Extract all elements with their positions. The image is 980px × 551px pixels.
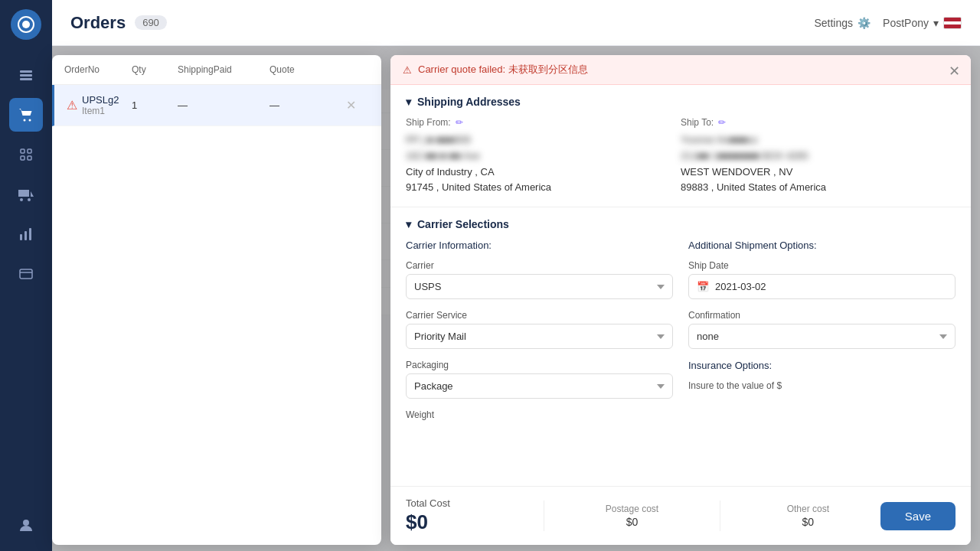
confirmation-label: Confirmation — [688, 310, 956, 321]
close-row-button[interactable]: ✕ — [346, 98, 369, 112]
postage-cost-item: Postage cost $0 — [560, 504, 704, 528]
svg-rect-10 — [28, 156, 31, 160]
error-message: Carrier quote failed: 未获取到分区信息 — [418, 63, 588, 77]
confirmation-field-group: Confirmation none Delivery Signature — [688, 310, 956, 349]
chevron-down-icon: ▾ — [406, 96, 411, 108]
address-grid: Ship From: ✏ PP | ■ ■■■909 162 ■■ ■ ■■ A… — [406, 117, 956, 196]
error-banner: ⚠ Carrier quote failed: 未获取到分区信息 — [390, 55, 971, 85]
svg-rect-2 — [20, 70, 32, 73]
order-quote: — — [270, 99, 346, 111]
edit-from-icon[interactable]: ✏ — [456, 117, 463, 128]
user-label: PostPony — [883, 17, 929, 29]
svg-rect-4 — [20, 78, 32, 80]
ship-from-col: Ship From: ✏ PP | ■ ■■■909 162 ■■ ■ ■■ A… — [406, 117, 681, 196]
gear-icon: ⚙️ — [858, 17, 871, 29]
edit-to-icon[interactable]: ✏ — [718, 117, 726, 128]
carrier-selections-section: ▾ Carrier Selections Carrier Information… — [390, 207, 971, 486]
sidebar-item-ship[interactable] — [9, 178, 43, 211]
error-icon: ⚠ — [403, 64, 412, 76]
modal-order-row[interactable]: ⚠ UPSLg2 Item1 1 — — ✕ — [52, 85, 381, 126]
section-label: Carrier Selections — [417, 218, 509, 230]
settings-button[interactable]: Settings ⚙️ — [814, 17, 871, 29]
svg-rect-7 — [21, 149, 24, 153]
additional-options-col: Additional Shipment Options: Ship Date 📅… — [688, 240, 956, 431]
insurance-desc: Insure to the value of $ — [688, 380, 956, 391]
order-item: Item1 — [82, 106, 119, 116]
carrier-selections-header[interactable]: ▾ Carrier Selections — [406, 218, 956, 230]
flag-icon — [943, 17, 962, 29]
sidebar — [0, 0, 52, 551]
cost-divider-2 — [720, 500, 720, 531]
calendar-icon: 📅 — [697, 281, 709, 292]
svg-rect-3 — [20, 74, 32, 77]
carrier-service-select[interactable]: Priority Mail First Class Ground — [406, 324, 673, 349]
order-number: UPSLg2 — [82, 94, 119, 106]
svg-rect-11 — [20, 234, 22, 240]
ship-date-input[interactable]: 📅 2021-03-02 — [688, 274, 956, 299]
col-qty: Qty — [132, 64, 178, 75]
ship-to-label: Ship To: ✏ — [681, 117, 956, 128]
from-line2: 162 ■■ ■ ■■ Ave — [406, 148, 681, 165]
modal-table-header: OrderNo Qty ShippingPaid Quote — [52, 55, 381, 85]
carrier-info-grid: Carrier Information: Carrier USPS UPS Fe… — [406, 240, 956, 431]
sidebar-item-billing[interactable] — [9, 257, 43, 291]
col-orderno: OrderNo — [64, 64, 132, 75]
confirmation-select[interactable]: none Delivery Signature — [688, 324, 956, 349]
carrier-label: Carrier — [406, 260, 673, 271]
svg-point-16 — [23, 520, 29, 526]
cost-divider — [544, 500, 544, 531]
carrier-info-col: Carrier Information: Carrier USPS UPS Fe… — [406, 240, 673, 431]
svg-rect-9 — [21, 156, 24, 160]
other-cost-value: $0 — [736, 516, 880, 528]
additional-options-label: Additional Shipment Options: — [688, 240, 956, 251]
shipping-addresses-section: ▾ Shipping Addresses Ship From: ✏ PP | ■… — [390, 85, 971, 207]
order-qty: 1 — [132, 99, 178, 111]
shipping-addresses-header[interactable]: ▾ Shipping Addresses — [406, 96, 956, 108]
ship-to-col: Ship To: ✏ Yvonne Ho■■■ez 211■■ 1■■■■■■■… — [681, 117, 956, 196]
carrier-select[interactable]: USPS UPS FedEx DHL — [406, 274, 673, 299]
carrier-service-label: Carrier Service — [406, 310, 673, 321]
ship-from-label: Ship From: ✏ — [406, 117, 681, 128]
order-shipping-paid: — — [178, 99, 270, 111]
svg-rect-8 — [28, 149, 31, 153]
sidebar-item-scan[interactable] — [9, 138, 43, 171]
from-line1: PP | ■ ■■■909 — [406, 132, 681, 148]
sidebar-logo[interactable] — [11, 9, 41, 40]
ship-date-label: Ship Date — [688, 260, 956, 271]
total-amount: $0 — [406, 510, 528, 534]
insurance-label: Insurance Options: — [688, 360, 956, 371]
packaging-select[interactable]: Package Flat Rate Box Flat Rate Envelope — [406, 373, 673, 399]
order-list-modal: OrderNo Qty ShippingPaid Quote ⚠ UPSLg2 … — [52, 55, 381, 545]
other-cost-label: Other cost — [736, 504, 880, 514]
insurance-field-group: Insurance Options: Insure to the value o… — [688, 360, 956, 391]
col-quote: Quote — [270, 64, 346, 75]
ship-date-value: 2021-03-02 — [715, 281, 766, 292]
col-action — [346, 64, 369, 75]
svg-rect-13 — [29, 228, 31, 240]
section-label: Shipping Addresses — [417, 96, 521, 108]
topbar: Orders 690 Settings ⚙️ PostPony ▾ — [52, 0, 980, 46]
other-cost-item: Other cost $0 — [736, 504, 880, 528]
weight-label: Weight — [406, 409, 673, 420]
chevron-down-icon: ▾ — [933, 17, 939, 29]
sidebar-item-orders[interactable] — [9, 58, 43, 92]
to-line1: Yvonne Ho■■■ez — [681, 132, 956, 148]
col-shippingpaid: ShippingPaid — [178, 64, 270, 75]
svg-point-6 — [29, 119, 31, 122]
orders-count-badge: 690 — [135, 15, 167, 30]
packaging-label: Packaging — [406, 360, 673, 370]
sidebar-item-cart[interactable] — [9, 98, 43, 132]
total-cost-section: Total Cost $0 — [406, 497, 528, 534]
close-panel-button[interactable]: ✕ — [949, 63, 960, 80]
svg-point-1 — [22, 21, 30, 28]
total-cost-label: Total Cost — [406, 497, 528, 509]
svg-rect-14 — [20, 269, 32, 279]
chevron-down-icon: ▾ — [406, 218, 411, 230]
carrier-panel: ✕ ⚠ Carrier quote failed: 未获取到分区信息 ▾ Shi… — [390, 55, 971, 545]
sidebar-item-reports[interactable] — [9, 217, 43, 251]
user-menu-button[interactable]: PostPony ▾ — [883, 17, 962, 29]
bottom-bar: Total Cost $0 Postage cost $0 Other cost… — [390, 486, 971, 545]
save-button[interactable]: Save — [880, 502, 956, 530]
sidebar-item-users[interactable] — [9, 508, 43, 542]
from-line3: City of Industry , CA — [406, 165, 681, 181]
